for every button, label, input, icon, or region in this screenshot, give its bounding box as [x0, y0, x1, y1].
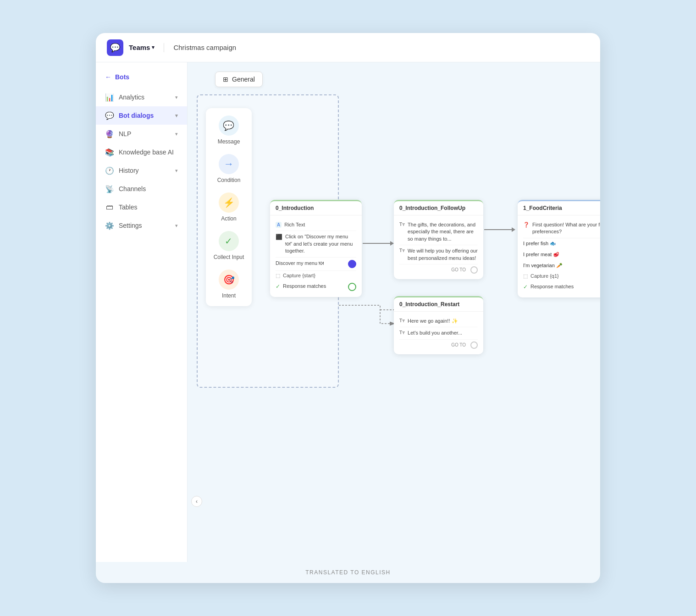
goto-label: GO TO: [451, 267, 466, 272]
restart-text1-content: Here we go again!! ✨: [408, 318, 478, 324]
check-icon: ✓: [276, 283, 280, 290]
capture-icon-2: ⬚: [523, 273, 528, 279]
back-to-bots[interactable]: ← Bots: [96, 70, 187, 84]
text-icon-4: Tᴛ: [399, 330, 405, 335]
header: 💬 Teams ▾ Christmas campaign: [96, 33, 600, 62]
nlp-icon: 🔮: [105, 129, 114, 138]
veg-label: I'm vegetarian 🥕: [523, 263, 563, 269]
sidebar-item-settings[interactable]: ⚙️ Settings ▾: [96, 216, 187, 235]
grid-icon: ⊞: [223, 76, 228, 83]
sidebar-label-history: History: [119, 167, 139, 174]
sidebar-item-bot-dialogs[interactable]: 💬 Bot dialogs ▾: [96, 106, 187, 125]
capture-icon: ⬚: [276, 273, 280, 279]
node-food-capture: ⬚ Capture {q1}: [523, 271, 600, 281]
text-icon-2: Tᴛ: [399, 248, 405, 253]
action-tool-icon: ⚡: [219, 192, 239, 213]
sidebar-item-tables[interactable]: 🗃 Tables: [96, 198, 187, 216]
sidebar-label-channels: Channels: [119, 185, 146, 192]
node-intro-button: Discover my menu 🍽: [276, 258, 356, 271]
analytics-icon: 📊: [105, 93, 114, 102]
node-intro-header: 0_Introduction: [270, 201, 362, 215]
node-intro-button-text: Discover my menu 🍽: [276, 260, 345, 267]
canvas-area: ⊞ General 💬 Message → Condition: [188, 62, 600, 562]
sidebar-item-channels[interactable]: 📡 Channels: [96, 180, 187, 198]
tool-condition[interactable]: → Condition: [217, 154, 241, 183]
general-tab[interactable]: ⊞ General: [215, 72, 263, 87]
team-selector[interactable]: Teams ▾: [129, 44, 155, 51]
node-intro-rich-text: A Rich Text: [276, 219, 356, 231]
food-choice-fish: I prefer fish 🐟: [523, 238, 600, 249]
node-food-response: ✓ Response matches: [523, 281, 600, 294]
node-followup-goto: GO TO: [399, 264, 478, 275]
translation-text: TRANSLATED TO ENGLISH: [305, 569, 391, 576]
message-tool-label: Message: [218, 138, 240, 145]
team-label: Teams: [129, 44, 150, 51]
tool-intent[interactable]: 🎯 Intent: [219, 270, 239, 299]
bot-dialogs-icon: 💬: [105, 111, 114, 120]
node-food-body: ❓ First question! What are your food pre…: [518, 215, 600, 297]
node-food-header: 1_FoodCriteria: [518, 201, 600, 215]
sidebar-item-knowledge-base[interactable]: 📚 Knowledge base AI: [96, 143, 187, 161]
main-layout: ← Bots 📊 Analytics ▾ 💬 Bot dialogs ▾ 🔮 N…: [96, 62, 600, 562]
back-arrow-icon: ←: [105, 73, 111, 81]
node-intro-message-text: Click on "Discover my menu 🍽" and let's …: [285, 233, 356, 254]
sidebar-item-history[interactable]: 🕐 History ▾: [96, 161, 187, 180]
tool-action[interactable]: ⚡ Action: [219, 192, 239, 222]
intent-tool-label: Intent: [222, 292, 236, 299]
goto-dot-2: [470, 341, 478, 349]
sidebar-label-nlp: NLP: [119, 130, 131, 138]
sidebar-item-nlp[interactable]: 🔮 NLP ▾: [96, 125, 187, 143]
response-dot: [348, 283, 356, 291]
tool-collect-input[interactable]: ✓ Collect Input: [214, 231, 244, 260]
node-introduction[interactable]: 0_Introduction A Rich Text ⬛ Click on "D…: [270, 200, 362, 297]
app-frame: 💬 Teams ▾ Christmas campaign ← Bots 📊 An…: [96, 33, 600, 583]
sidebar: ← Bots 📊 Analytics ▾ 💬 Bot dialogs ▾ 🔮 N…: [96, 62, 188, 562]
text-icon-3: Tᴛ: [399, 318, 405, 323]
header-divider: [164, 43, 164, 52]
general-tab-label: General: [232, 76, 255, 83]
tables-icon: 🗃: [105, 203, 114, 212]
question-icon: ❓: [523, 222, 530, 228]
condition-tool-label: Condition: [217, 177, 241, 183]
node-followup-header: 0_Introduction_FollowUp: [394, 201, 483, 215]
node-intro-message: ⬛ Click on "Discover my menu 🍽" and let'…: [276, 231, 356, 257]
node-followup-text2: Tᴛ We will help you by offering our best…: [399, 245, 478, 264]
node-followup-text1: Tᴛ The gifts, the decorations, and espec…: [399, 219, 478, 245]
message-tool-icon: 💬: [219, 116, 239, 136]
rich-text-label: Rich Text: [284, 221, 356, 228]
arrow-followup-food: [484, 227, 515, 232]
collect-tool-label: Collect Input: [214, 254, 244, 260]
sidebar-label-settings: Settings: [119, 222, 142, 229]
sidebar-label-bot-dialogs: Bot dialogs: [119, 112, 154, 119]
collapse-button[interactable]: ‹: [191, 496, 202, 507]
response-matches-label: Response matches: [283, 283, 345, 290]
sidebar-label-knowledge-base: Knowledge base AI: [119, 148, 174, 156]
capture-label: Capture {start}: [283, 273, 315, 278]
chevron-icon-2: ▾: [175, 113, 178, 119]
check-icon-2: ✓: [523, 284, 528, 290]
sidebar-item-analytics[interactable]: 📊 Analytics ▾: [96, 88, 187, 106]
node-restart-header: 0_Introduction_Restart: [394, 297, 483, 312]
tool-message[interactable]: 💬 Message: [218, 116, 240, 145]
intent-tool-icon: 🎯: [219, 270, 239, 290]
back-label: Bots: [115, 73, 129, 81]
message-node-icon: ⬛: [276, 234, 282, 240]
node-followup[interactable]: 0_Introduction_FollowUp Tᴛ The gifts, th…: [394, 200, 483, 279]
sidebar-label-analytics: Analytics: [119, 94, 144, 101]
food-response-label: Response matches: [530, 283, 597, 290]
arrow-intro-followup: [363, 241, 394, 246]
fish-label: I prefer fish 🐟: [523, 241, 556, 247]
text-icon-1: Tᴛ: [399, 222, 405, 227]
node-restart[interactable]: 0_Introduction_Restart Tᴛ Here we go aga…: [394, 296, 483, 354]
node-food-question: ❓ First question! What are your food pre…: [523, 219, 600, 238]
chevron-icon-3: ▾: [175, 131, 178, 137]
action-tool-label: Action: [221, 215, 236, 222]
node-food-criteria[interactable]: 1_FoodCriteria ❓ First question! What ar…: [518, 200, 600, 297]
food-capture-label: Capture {q1}: [530, 273, 559, 279]
tool-palette: 💬 Message → Condition ⚡ Action ✓ Collect…: [206, 108, 252, 306]
node-intro-response: ✓ Response matches: [276, 280, 356, 293]
chevron-icon: ▾: [175, 94, 178, 100]
node-intro-capture: ⬚ Capture {start}: [276, 271, 356, 280]
goto-label-2: GO TO: [451, 342, 466, 347]
canvas-inner: ⊞ General 💬 Message → Condition: [188, 62, 600, 562]
